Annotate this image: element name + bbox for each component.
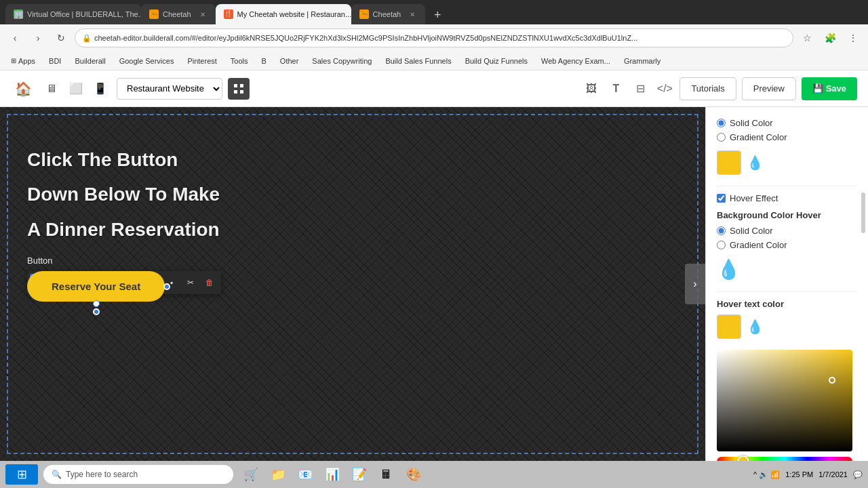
tab-3-favicon: 🍴 <box>224 9 233 19</box>
bookmark-tools[interactable]: Tools <box>225 56 254 66</box>
hover-gradient-label: Gradient Color <box>730 240 787 250</box>
extensions-button[interactable]: 🧩 <box>821 28 840 47</box>
tablet-view-button[interactable]: ⬜ <box>65 78 87 100</box>
more-button[interactable]: ⋮ <box>844 28 863 47</box>
tab-2-close[interactable]: ✕ <box>198 9 208 19</box>
taskbar-app-mail[interactable]: 📧 <box>293 462 317 487</box>
bg-color-row: 💧 <box>717 150 857 175</box>
float-cut-tool[interactable]: ✂ <box>182 274 199 291</box>
address-bar[interactable]: 🔒 cheetah-editor.builderall.com/#/editor… <box>75 28 793 47</box>
canvas-content: Click The Button Down Below To Make A Di… <box>14 134 692 315</box>
code-icon[interactable]: </> <box>655 79 674 98</box>
tab-4-favicon: 🐆 <box>359 9 369 19</box>
divider-icon[interactable]: ⊟ <box>631 79 650 98</box>
bookmark-google[interactable]: Google Services <box>114 56 180 66</box>
nav-bar: ‹ › ↻ 🔒 cheetah-editor.builderall.com/#/… <box>0 24 868 52</box>
handle-bottom-center[interactable] <box>93 300 100 307</box>
cta-button[interactable]: Reserve Your Seat <box>27 271 165 302</box>
tab-4[interactable]: 🐆 Cheetah ✕ <box>351 4 426 24</box>
save-button[interactable]: 💾 Save <box>802 77 857 100</box>
bookmark-other[interactable]: Other <box>275 56 304 66</box>
svg-rect-0 <box>234 84 237 87</box>
taskbar-app-calc[interactable]: 🖩 <box>374 462 399 487</box>
taskbar-search[interactable]: 🔍 Type here to search <box>43 465 233 484</box>
taskbar-apps: 🛒 📁 📧 📊 📝 🖩 🎨 <box>239 462 426 487</box>
solid-color-radio[interactable] <box>717 119 726 127</box>
home-button[interactable]: 🏠 <box>11 77 35 101</box>
button-container: Reserve Your Seat <box>27 271 165 302</box>
back-button[interactable]: ‹ <box>5 28 24 47</box>
preview-button[interactable]: Preview <box>742 77 796 100</box>
bookmark-sales[interactable]: Sales Copywriting <box>307 56 377 66</box>
bookmark-pinterest[interactable]: Pinterest <box>182 56 222 66</box>
tab-2-favicon: 🐆 <box>149 9 159 19</box>
image-icon[interactable]: 🖼 <box>582 79 601 98</box>
tab-4-close[interactable]: ✕ <box>408 9 417 19</box>
browser-chrome: 🏢 Virtual Office | BUILDERALL, The... ✕ … <box>0 0 868 70</box>
toolbar-right: 🖼 T ⊟ </> Tutorials Preview 💾 Save <box>582 77 857 100</box>
hue-cursor[interactable] <box>737 455 749 461</box>
mobile-view-button[interactable]: 📱 <box>90 78 111 100</box>
bookmark-agency[interactable]: Web Agency Exam... <box>536 56 616 66</box>
bg-color-swatch-yellow[interactable] <box>717 150 741 175</box>
text-icon[interactable]: T <box>606 79 625 98</box>
start-button[interactable]: ⊞ <box>5 464 38 485</box>
canvas-area: Click The Button Down Below To Make A Di… <box>0 107 868 461</box>
device-select[interactable]: Restaurant Website <box>117 78 222 100</box>
bookmark-grammarly[interactable]: Grammarly <box>618 56 666 66</box>
taskbar-app-photoshop[interactable]: 🎨 <box>401 462 426 487</box>
address-text: cheetah-editor.builderall.com/#/editor/e… <box>94 34 637 42</box>
taskbar-app-store[interactable]: 🛒 <box>239 462 263 487</box>
hover-effect-checkbox[interactable] <box>717 194 726 203</box>
hover-text-drop[interactable]: 💧 <box>747 319 764 335</box>
bookmark-apps[interactable]: ⊞ Apps <box>5 56 41 66</box>
star-button[interactable]: ☆ <box>797 28 816 47</box>
hover-gradient-radio[interactable] <box>717 241 726 249</box>
hover-bg-drop[interactable]: 💧 <box>717 258 741 281</box>
hover-gradient-radio-row[interactable]: Gradient Color <box>717 240 857 250</box>
tab-3-label: My Cheetah website | Restauran... <box>237 10 352 18</box>
search-placeholder: Type here to search <box>66 470 138 479</box>
panel-hover-bg-section: Background Color Hover Solid Color Gradi… <box>717 210 857 281</box>
bookmark-b[interactable]: B <box>256 56 272 66</box>
tab-3[interactable]: 🍴 My Cheetah website | Restauran... ✕ <box>216 4 351 24</box>
hover-solid-radio-row[interactable]: Solid Color <box>717 226 857 236</box>
panel-scrollbar[interactable] <box>861 192 865 233</box>
editor-toolbar: 🏠 🖥 ⬜ 📱 Restaurant Website 🖼 T ⊟ </> Tut… <box>0 70 868 107</box>
bookmark-funnels[interactable]: Build Sales Funnels <box>380 56 456 66</box>
forward-button[interactable]: › <box>28 28 47 47</box>
handle-right-middle[interactable] <box>163 283 170 290</box>
taskbar-app-word[interactable]: 📝 <box>347 462 372 487</box>
color-gradient-box[interactable] <box>717 350 852 451</box>
desktop-view-button[interactable]: 🖥 <box>41 78 62 100</box>
solid-color-radio-row[interactable]: Solid Color <box>717 118 857 128</box>
hover-bg-color-row: 💧 <box>717 258 857 281</box>
canvas-expand-button[interactable]: › <box>685 264 705 304</box>
bookmark-bdi[interactable]: BDI <box>43 56 66 66</box>
gradient-cursor[interactable] <box>829 377 835 384</box>
grid-toggle-button[interactable] <box>228 78 250 100</box>
bg-color-drop[interactable]: 💧 <box>747 155 764 171</box>
hover-effect-row: Hover Effect <box>717 193 857 203</box>
gradient-color-radio-row[interactable]: Gradient Color <box>717 132 857 142</box>
device-buttons: 🖥 ⬜ 📱 <box>41 78 111 100</box>
reload-button[interactable]: ↻ <box>52 28 71 47</box>
gradient-color-radio[interactable] <box>717 133 726 142</box>
tutorials-button[interactable]: Tutorials <box>679 77 736 100</box>
taskbar-app-slides[interactable]: 📊 <box>320 462 344 487</box>
hover-text-swatch-yellow[interactable] <box>717 314 741 339</box>
hover-solid-label: Solid Color <box>730 226 773 236</box>
canvas-main[interactable]: Click The Button Down Below To Make A Di… <box>0 107 705 461</box>
taskbar-app-files[interactable]: 📁 <box>266 462 290 487</box>
canvas-text-line2: Down Below To Make <box>27 182 678 207</box>
handle-anchor[interactable] <box>93 308 100 315</box>
bookmark-quiz[interactable]: Build Quiz Funnels <box>460 56 533 66</box>
new-tab-button[interactable]: + <box>428 5 447 24</box>
canvas-text-line1: Click The Button <box>27 148 678 172</box>
tab-1[interactable]: 🏢 Virtual Office | BUILDERALL, The... ✕ <box>5 4 141 24</box>
tab-2[interactable]: 🐆 Cheetah ✕ <box>141 4 216 24</box>
float-delete-tool[interactable]: 🗑 <box>201 274 218 291</box>
tray-notification[interactable]: 💬 <box>853 470 863 479</box>
bookmark-builderall[interactable]: Builderall <box>69 56 111 66</box>
hover-solid-radio[interactable] <box>717 226 726 235</box>
